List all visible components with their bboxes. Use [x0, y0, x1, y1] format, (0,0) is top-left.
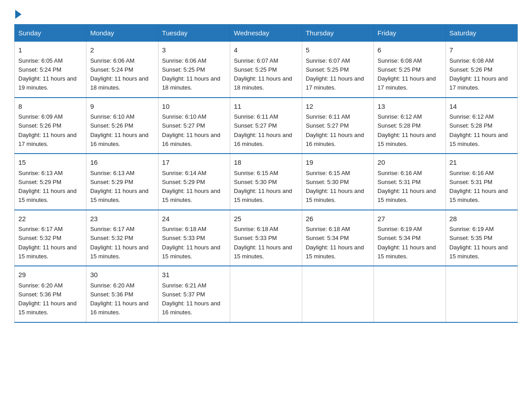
calendar-cell: 18Sunrise: 6:15 AMSunset: 5:30 PMDayligh… — [230, 154, 302, 210]
weekday-header-saturday: Saturday — [446, 25, 517, 42]
page-header — [14, 11, 518, 17]
day-number: 27 — [378, 214, 442, 224]
calendar-cell: 12Sunrise: 6:11 AMSunset: 5:27 PMDayligh… — [302, 98, 373, 154]
day-info: Sunrise: 6:18 AMSunset: 5:34 PMDaylight:… — [306, 226, 364, 260]
calendar-cell: 30Sunrise: 6:20 AMSunset: 5:36 PMDayligh… — [86, 266, 158, 322]
calendar-header: SundayMondayTuesdayWednesdayThursdayFrid… — [15, 25, 518, 42]
day-number: 14 — [450, 102, 514, 112]
weekday-header-tuesday: Tuesday — [158, 25, 230, 42]
day-number: 17 — [162, 158, 226, 168]
day-info: Sunrise: 6:19 AMSunset: 5:34 PMDaylight:… — [378, 226, 436, 260]
calendar-cell: 6Sunrise: 6:08 AMSunset: 5:25 PMDaylight… — [374, 42, 446, 98]
day-info: Sunrise: 6:10 AMSunset: 5:27 PMDaylight:… — [162, 113, 220, 147]
calendar-cell — [446, 266, 517, 322]
calendar-cell: 2Sunrise: 6:06 AMSunset: 5:24 PMDaylight… — [86, 42, 158, 98]
logo — [14, 11, 21, 17]
calendar-cell: 10Sunrise: 6:10 AMSunset: 5:27 PMDayligh… — [158, 98, 230, 154]
day-info: Sunrise: 6:18 AMSunset: 5:33 PMDaylight:… — [162, 226, 220, 260]
day-number: 10 — [162, 102, 226, 112]
weekday-header-sunday: Sunday — [15, 25, 86, 42]
day-info: Sunrise: 6:14 AMSunset: 5:29 PMDaylight:… — [162, 170, 220, 204]
day-info: Sunrise: 6:17 AMSunset: 5:32 PMDaylight:… — [90, 226, 148, 260]
calendar-cell: 25Sunrise: 6:18 AMSunset: 5:33 PMDayligh… — [230, 210, 302, 266]
calendar-cell: 15Sunrise: 6:13 AMSunset: 5:29 PMDayligh… — [15, 154, 86, 210]
day-info: Sunrise: 6:15 AMSunset: 5:30 PMDaylight:… — [234, 170, 292, 204]
calendar-body: 1Sunrise: 6:05 AMSunset: 5:24 PMDaylight… — [15, 42, 518, 322]
day-info: Sunrise: 6:16 AMSunset: 5:31 PMDaylight:… — [450, 170, 508, 204]
day-number: 1 — [18, 45, 82, 56]
calendar-week-3: 15Sunrise: 6:13 AMSunset: 5:29 PMDayligh… — [15, 154, 518, 210]
calendar-week-1: 1Sunrise: 6:05 AMSunset: 5:24 PMDaylight… — [15, 42, 518, 98]
day-number: 12 — [306, 102, 370, 112]
day-number: 24 — [162, 214, 226, 224]
day-number: 28 — [450, 214, 514, 224]
day-number: 16 — [90, 158, 154, 168]
day-number: 11 — [234, 102, 298, 112]
calendar-cell: 21Sunrise: 6:16 AMSunset: 5:31 PMDayligh… — [446, 154, 517, 210]
day-info: Sunrise: 6:20 AMSunset: 5:36 PMDaylight:… — [90, 282, 148, 316]
day-number: 8 — [18, 102, 82, 112]
logo-arrow-icon — [15, 10, 21, 19]
day-info: Sunrise: 6:11 AMSunset: 5:27 PMDaylight:… — [234, 113, 292, 147]
day-number: 2 — [90, 45, 154, 56]
day-info: Sunrise: 6:12 AMSunset: 5:28 PMDaylight:… — [450, 113, 508, 147]
day-info: Sunrise: 6:08 AMSunset: 5:25 PMDaylight:… — [378, 57, 436, 91]
calendar-cell: 8Sunrise: 6:09 AMSunset: 5:26 PMDaylight… — [15, 98, 86, 154]
day-info: Sunrise: 6:21 AMSunset: 5:37 PMDaylight:… — [162, 282, 220, 316]
day-number: 13 — [378, 102, 442, 112]
day-info: Sunrise: 6:17 AMSunset: 5:32 PMDaylight:… — [18, 226, 77, 260]
day-info: Sunrise: 6:16 AMSunset: 5:31 PMDaylight:… — [378, 170, 436, 204]
day-info: Sunrise: 6:07 AMSunset: 5:25 PMDaylight:… — [234, 57, 292, 91]
day-info: Sunrise: 6:06 AMSunset: 5:24 PMDaylight:… — [90, 57, 148, 91]
calendar-cell: 17Sunrise: 6:14 AMSunset: 5:29 PMDayligh… — [158, 154, 230, 210]
day-number: 25 — [234, 214, 298, 224]
day-number: 5 — [306, 45, 370, 56]
calendar-cell: 20Sunrise: 6:16 AMSunset: 5:31 PMDayligh… — [374, 154, 446, 210]
day-number: 30 — [90, 270, 154, 280]
day-number: 21 — [450, 158, 514, 168]
day-number: 15 — [18, 158, 82, 168]
day-number: 18 — [234, 158, 298, 168]
calendar-cell: 26Sunrise: 6:18 AMSunset: 5:34 PMDayligh… — [302, 210, 373, 266]
day-info: Sunrise: 6:13 AMSunset: 5:29 PMDaylight:… — [18, 170, 77, 204]
calendar-cell: 24Sunrise: 6:18 AMSunset: 5:33 PMDayligh… — [158, 210, 230, 266]
weekday-header-monday: Monday — [86, 25, 158, 42]
day-info: Sunrise: 6:10 AMSunset: 5:26 PMDaylight:… — [90, 113, 148, 147]
calendar-cell: 1Sunrise: 6:05 AMSunset: 5:24 PMDaylight… — [15, 42, 86, 98]
day-number: 26 — [306, 214, 370, 224]
day-number: 23 — [90, 214, 154, 224]
day-info: Sunrise: 6:15 AMSunset: 5:30 PMDaylight:… — [306, 170, 364, 204]
calendar-cell: 13Sunrise: 6:12 AMSunset: 5:28 PMDayligh… — [374, 98, 446, 154]
calendar-cell: 19Sunrise: 6:15 AMSunset: 5:30 PMDayligh… — [302, 154, 373, 210]
day-info: Sunrise: 6:19 AMSunset: 5:35 PMDaylight:… — [450, 226, 508, 260]
calendar-cell: 23Sunrise: 6:17 AMSunset: 5:32 PMDayligh… — [86, 210, 158, 266]
day-number: 29 — [18, 270, 82, 280]
calendar-cell: 5Sunrise: 6:07 AMSunset: 5:25 PMDaylight… — [302, 42, 373, 98]
calendar-cell — [230, 266, 302, 322]
weekday-header-row: SundayMondayTuesdayWednesdayThursdayFrid… — [15, 25, 518, 42]
day-number: 20 — [378, 158, 442, 168]
calendar-table: SundayMondayTuesdayWednesdayThursdayFrid… — [14, 24, 518, 323]
day-number: 6 — [378, 45, 442, 56]
day-number: 3 — [162, 45, 226, 56]
day-number: 7 — [450, 45, 514, 56]
logo-text — [14, 11, 21, 19]
calendar-cell: 11Sunrise: 6:11 AMSunset: 5:27 PMDayligh… — [230, 98, 302, 154]
calendar-cell: 4Sunrise: 6:07 AMSunset: 5:25 PMDaylight… — [230, 42, 302, 98]
calendar-week-2: 8Sunrise: 6:09 AMSunset: 5:26 PMDaylight… — [15, 98, 518, 154]
calendar-cell: 7Sunrise: 6:08 AMSunset: 5:26 PMDaylight… — [446, 42, 517, 98]
day-info: Sunrise: 6:05 AMSunset: 5:24 PMDaylight:… — [18, 57, 77, 91]
calendar-cell — [302, 266, 373, 322]
calendar-cell: 29Sunrise: 6:20 AMSunset: 5:36 PMDayligh… — [15, 266, 86, 322]
calendar-week-5: 29Sunrise: 6:20 AMSunset: 5:36 PMDayligh… — [15, 266, 518, 322]
weekday-header-wednesday: Wednesday — [230, 25, 302, 42]
calendar-cell: 28Sunrise: 6:19 AMSunset: 5:35 PMDayligh… — [446, 210, 517, 266]
weekday-header-friday: Friday — [374, 25, 446, 42]
day-info: Sunrise: 6:12 AMSunset: 5:28 PMDaylight:… — [378, 113, 436, 147]
day-info: Sunrise: 6:20 AMSunset: 5:36 PMDaylight:… — [18, 282, 77, 316]
day-number: 19 — [306, 158, 370, 168]
weekday-header-thursday: Thursday — [302, 25, 373, 42]
day-info: Sunrise: 6:07 AMSunset: 5:25 PMDaylight:… — [306, 57, 364, 91]
calendar-cell: 16Sunrise: 6:13 AMSunset: 5:29 PMDayligh… — [86, 154, 158, 210]
day-number: 9 — [90, 102, 154, 112]
